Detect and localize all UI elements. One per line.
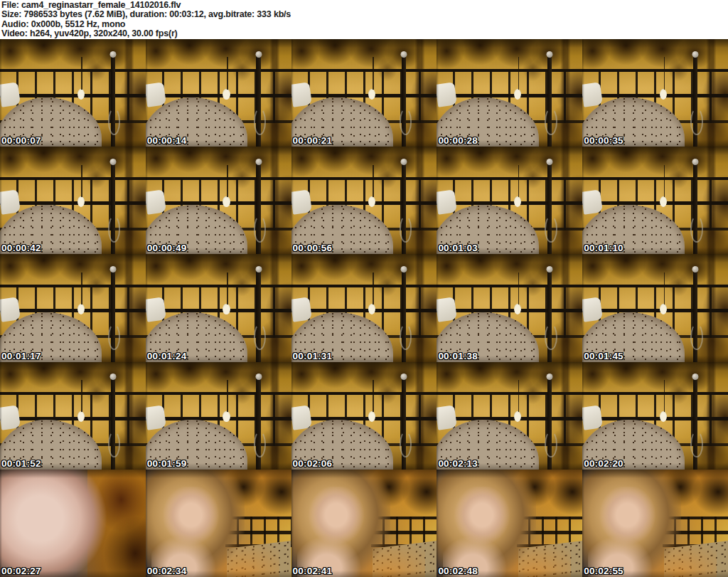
media-info-header: File: cam4_reginastarr_female_14102016.f… — [0, 0, 728, 39]
video-thumbnail: 00:02:34 — [146, 470, 291, 577]
video-thumbnail: 00:00:56 — [291, 147, 437, 254]
video-thumbnail: 00:02:48 — [437, 470, 582, 577]
video-thumbnail: 00:02:20 — [582, 362, 728, 470]
contact-sheet: File: cam4_reginastarr_female_14102016.f… — [0, 0, 728, 577]
frame-vignette — [0, 254, 146, 361]
frame-vignette — [0, 39, 146, 147]
thumbnail-timestamp: 00:00:35 — [584, 135, 623, 146]
video-thumbnail: 00:00:28 — [437, 39, 582, 147]
frame-vignette — [582, 147, 728, 254]
thumbnail-timestamp: 00:00:49 — [147, 243, 187, 253]
thumbnail-timestamp: 00:02:55 — [584, 566, 623, 576]
video-thumbnail: 00:01:59 — [146, 362, 291, 470]
thumbnail-timestamp: 00:01:31 — [293, 351, 333, 361]
video-thumbnail: 00:01:31 — [291, 254, 437, 361]
frame-vignette — [0, 470, 146, 577]
thumbnail-timestamp: 00:00:28 — [438, 135, 478, 146]
thumbnail-timestamp: 00:00:21 — [293, 135, 333, 146]
frame-vignette — [582, 254, 728, 361]
thumbnail-timestamp: 00:01:10 — [584, 243, 623, 253]
thumbnail-timestamp: 00:01:03 — [438, 243, 478, 253]
frame-vignette — [146, 254, 291, 361]
frame-vignette — [582, 470, 728, 577]
frame-vignette — [582, 39, 728, 147]
thumbnail-timestamp: 00:02:27 — [1, 566, 41, 576]
file-info-line: File: cam4_reginastarr_female_14102016.f… — [1, 1, 728, 10]
frame-vignette — [291, 39, 437, 147]
video-thumbnail: 00:02:27 — [0, 470, 146, 577]
audio-info-line: Audio: 0x000b, 5512 Hz, mono — [1, 20, 728, 29]
video-thumbnail: 00:02:06 — [291, 362, 437, 470]
size-info-line: Size: 7986533 bytes (7.62 MiB), duration… — [1, 10, 728, 19]
thumbnail-timestamp: 00:00:56 — [293, 243, 333, 253]
frame-vignette — [291, 147, 437, 254]
video-thumbnail: 00:00:21 — [291, 39, 437, 147]
thumbnail-timestamp: 00:01:59 — [147, 458, 187, 469]
frame-vignette — [146, 147, 291, 254]
thumbnail-timestamp: 00:00:14 — [147, 135, 187, 146]
thumbnail-timestamp: 00:02:06 — [293, 458, 333, 469]
thumbnail-timestamp: 00:02:48 — [438, 566, 478, 576]
thumbnail-timestamp: 00:01:52 — [1, 458, 41, 469]
thumbnail-timestamp: 00:01:24 — [147, 351, 187, 361]
video-info-line: Video: h264, yuv420p, 320x240, 30.00 fps… — [1, 29, 728, 38]
thumbnail-timestamp: 00:00:42 — [1, 243, 41, 253]
video-thumbnail: 00:01:52 — [0, 362, 146, 470]
video-thumbnail: 00:01:45 — [582, 254, 728, 361]
frame-vignette — [0, 362, 146, 470]
thumbnail-timestamp: 00:02:20 — [584, 458, 623, 469]
frame-vignette — [437, 254, 582, 361]
video-thumbnail: 00:01:10 — [582, 147, 728, 254]
video-thumbnail: 00:01:03 — [437, 147, 582, 254]
video-thumbnail: 00:00:49 — [146, 147, 291, 254]
frame-vignette — [437, 147, 582, 254]
video-thumbnail: 00:02:13 — [437, 362, 582, 470]
thumbnail-timestamp: 00:01:45 — [584, 351, 623, 361]
video-thumbnail: 00:01:38 — [437, 254, 582, 361]
frame-vignette — [146, 362, 291, 470]
frame-vignette — [582, 362, 728, 470]
video-thumbnail: 00:00:35 — [582, 39, 728, 147]
video-thumbnail: 00:02:55 — [582, 470, 728, 577]
video-thumbnail: 00:02:41 — [291, 470, 437, 577]
frame-vignette — [146, 39, 291, 147]
frame-vignette — [437, 470, 582, 577]
frame-vignette — [0, 147, 146, 254]
frame-vignette — [291, 362, 437, 470]
video-thumbnail: 00:00:07 — [0, 39, 146, 147]
thumbnail-timestamp: 00:01:17 — [1, 351, 41, 361]
frame-vignette — [291, 254, 437, 361]
frame-vignette — [146, 470, 291, 577]
thumbnail-timestamp: 00:02:41 — [293, 566, 333, 576]
thumbnail-timestamp: 00:02:34 — [147, 566, 187, 576]
video-thumbnail: 00:01:17 — [0, 254, 146, 361]
thumbnail-timestamp: 00:01:38 — [438, 351, 478, 361]
video-thumbnail: 00:00:14 — [146, 39, 291, 147]
frame-vignette — [291, 470, 437, 577]
frame-vignette — [437, 362, 582, 470]
video-thumbnail: 00:01:24 — [146, 254, 291, 361]
thumbnail-timestamp: 00:02:13 — [438, 458, 478, 469]
thumbnail-timestamp: 00:00:07 — [1, 135, 41, 146]
thumbnail-grid: 00:00:07 00:00:14 — [0, 39, 728, 577]
video-thumbnail: 00:00:42 — [0, 147, 146, 254]
frame-vignette — [437, 39, 582, 147]
